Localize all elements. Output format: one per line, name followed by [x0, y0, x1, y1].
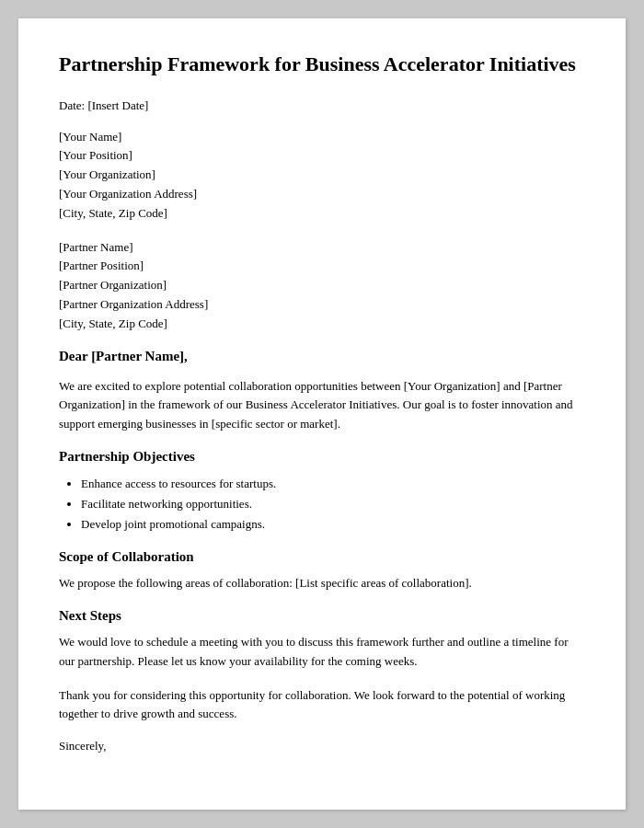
- next-steps-paragraph2: Thank you for considering this opportuni…: [59, 686, 585, 725]
- objective-bullet-2: Facilitate networking opportunities.: [81, 494, 585, 514]
- objective-bullet-3: Develop joint promotional campaigns.: [81, 514, 585, 535]
- section-next-steps-heading: Next Steps: [59, 608, 585, 624]
- section-objectives-heading: Partnership Objectives: [59, 449, 585, 465]
- recipient-line5: [City, State, Zip Code]: [59, 315, 585, 334]
- sender-line5: [City, State, Zip Code]: [59, 204, 585, 224]
- date-line: Date: [Insert Date]: [59, 98, 585, 113]
- recipient-line2: [Partner Position]: [59, 257, 585, 276]
- closing-sincerely: Sincerely,: [59, 739, 585, 753]
- objective-bullet-1: Enhance access to resources for startups…: [81, 474, 585, 494]
- document-container: Partnership Framework for Business Accel…: [18, 18, 626, 810]
- salutation: Dear [Partner Name],: [59, 349, 585, 364]
- document-title: Partnership Framework for Business Accel…: [59, 52, 585, 78]
- recipient-address-block: [Partner Name] [Partner Position] [Partn…: [59, 238, 585, 334]
- objectives-list: Enhance access to resources for startups…: [81, 474, 585, 535]
- sender-address-block: [Your Name] [Your Position] [Your Organi…: [59, 128, 585, 224]
- sender-line1: [Your Name]: [59, 128, 585, 147]
- section-scope-heading: Scope of Collaboration: [59, 549, 585, 565]
- scope-paragraph: We propose the following areas of collab…: [59, 574, 585, 593]
- sender-line2: [Your Position]: [59, 146, 585, 166]
- next-steps-paragraph1: We would love to schedule a meeting with…: [59, 633, 585, 672]
- recipient-line4: [Partner Organization Address]: [59, 295, 585, 315]
- sender-line3: [Your Organization]: [59, 166, 585, 185]
- intro-paragraph: We are excited to explore potential coll…: [59, 377, 585, 434]
- sender-line4: [Your Organization Address]: [59, 185, 585, 204]
- recipient-line1: [Partner Name]: [59, 238, 585, 258]
- recipient-line3: [Partner Organization]: [59, 276, 585, 295]
